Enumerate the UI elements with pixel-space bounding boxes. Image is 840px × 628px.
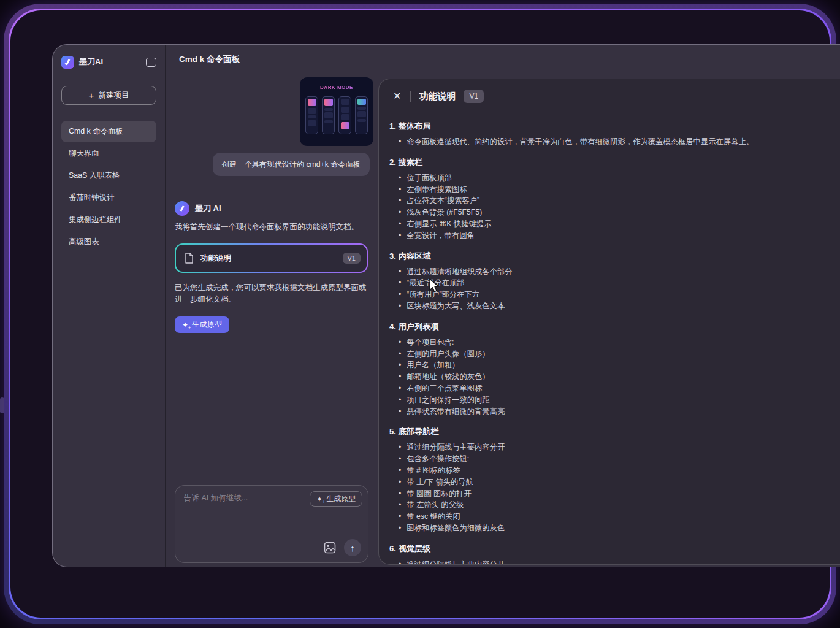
document-card[interactable]: 功能说明 V1 xyxy=(175,243,368,273)
modao-logo-icon xyxy=(61,56,74,69)
new-project-label: 新建项目 xyxy=(98,90,129,101)
generate-prototype-button[interactable]: ✦ 生成原型 xyxy=(175,316,229,333)
sidebar-item-5[interactable]: 高级图表 xyxy=(61,231,156,253)
document-card-title: 功能说明 xyxy=(200,253,336,264)
doc-bullet: 左侧的用户头像（圆形） xyxy=(399,348,825,360)
doc-bullet: 项目之间保持一致的间距 xyxy=(399,394,825,406)
thumbnail-caption: DARK MODE xyxy=(300,85,373,90)
doc-bullet: 区块标题为大写、浅灰色文本 xyxy=(399,301,825,312)
doc-section-heading: 2. 搜索栏 xyxy=(389,157,825,168)
sparkle-icon: ✦ xyxy=(182,321,188,329)
doc-section-5: 6. 视觉层级通过细分隔线与主要内容分开包含多个操作按钮: xyxy=(389,543,825,565)
doc-bullet: 右侧显示 ⌘K 快捷键提示 xyxy=(399,218,825,230)
doc-section-0: 1. 整体布局命令面板遵循现代、简约的设计，背景干净为白色，带有细微阴影，作为覆… xyxy=(389,121,825,148)
doc-section-bullets: 每个项目包含:左侧的用户头像（圆形）用户名（加粗）邮箱地址（较浅的灰色）右侧的三… xyxy=(399,337,825,418)
frame-notch xyxy=(0,397,4,413)
assistant-avatar xyxy=(175,201,189,216)
document-panel-header: ✕ 功能说明 V1 xyxy=(379,79,840,103)
sidebar-header: 墨刀AI xyxy=(61,55,156,69)
doc-section-bullets: 通过细分隔线与主要内容分开包含多个操作按钮:带 # 图标的标签带 上/下 箭头的… xyxy=(399,442,825,534)
user-message-bubble: 创建一个具有现代设计的 cmd+k 命令面板 xyxy=(213,153,370,176)
header-divider xyxy=(410,91,411,102)
chat-title: Cmd k 命令面板 xyxy=(179,54,240,65)
doc-bullet: 邮箱地址（较浅的灰色） xyxy=(399,371,825,383)
sidebar-item-2[interactable]: SaaS 入职表格 xyxy=(61,165,156,186)
new-project-button[interactable]: + 新建项目 xyxy=(61,86,156,105)
doc-bullet: 通过标题清晰地组织成各个部分 xyxy=(399,266,825,278)
doc-bullet: 浅灰色背景 (#F5F5F5) xyxy=(399,207,825,218)
doc-bullet: 带 左箭头 的父级 xyxy=(399,499,825,511)
doc-bullet: 占位符文本“搜索客户” xyxy=(399,195,825,207)
doc-bullet: 全宽设计，带有圆角 xyxy=(399,230,825,242)
doc-bullet: 悬停状态带有细微的背景高亮 xyxy=(399,406,825,418)
assistant-name: 墨刀 AI xyxy=(195,203,221,214)
app-name: 墨刀AI xyxy=(79,56,146,67)
doc-bullet: 命令面板遵循现代、简约的设计，背景干净为白色，带有细微阴影，作为覆盖模态框居中显… xyxy=(399,136,825,148)
composer-generate-button[interactable]: ✦ 生成原型 xyxy=(310,491,362,507)
doc-bullet: 包含多个操作按钮: xyxy=(399,453,825,465)
composer-input[interactable] xyxy=(184,493,300,518)
doc-section-heading: 6. 视觉层级 xyxy=(389,543,825,554)
doc-bullet: 带 圆圈 图标的打开 xyxy=(399,488,825,500)
composer-generate-label: 生成原型 xyxy=(326,494,356,504)
doc-bullet: 带 # 图标的标签 xyxy=(399,465,825,477)
doc-bullet: 左侧带有搜索图标 xyxy=(399,184,825,196)
doc-bullet: 每个项目包含: xyxy=(399,337,825,348)
assistant-header: 墨刀 AI xyxy=(175,201,221,216)
doc-bullet: 通过细分隔线与主要内容分开 xyxy=(399,442,825,453)
doc-bullet: 用户名（加粗） xyxy=(399,359,825,371)
document-panel: ✕ 功能说明 V1 1. 整体布局命令面板遵循现代、简约的设计，背景干净为白色，… xyxy=(378,78,840,565)
doc-section-heading: 1. 整体布局 xyxy=(389,121,825,132)
doc-section-bullets: 命令面板遵循现代、简约的设计，背景干净为白色，带有细微阴影，作为覆盖模态框居中显… xyxy=(399,136,825,148)
sparkle-icon: ✦ xyxy=(316,496,323,503)
composer: ✦ 生成原型 ↑ xyxy=(175,485,368,563)
doc-section-heading: 3. 内容区域 xyxy=(389,251,825,262)
doc-bullet: 带 esc 键的关闭 xyxy=(399,511,825,523)
version-badge: V1 xyxy=(343,253,361,264)
doc-section-heading: 4. 用户列表项 xyxy=(389,321,825,332)
doc-bullet: “所有用户”部分在下方 xyxy=(399,289,825,301)
thumbnail-phone-mockups xyxy=(300,96,373,134)
doc-bullet: 位于面板顶部 xyxy=(399,172,825,184)
project-list: Cmd k 命令面板聊天界面SaaS 入职表格番茄时钟设计集成侧边栏组件高级图表 xyxy=(61,121,156,253)
doc-section-bullets: 通过细分隔线与主要内容分开包含多个操作按钮: xyxy=(399,559,825,565)
doc-bullet: 右侧的三个点菜单图标 xyxy=(399,383,825,394)
mouse-cursor xyxy=(429,278,440,294)
plus-icon: + xyxy=(89,91,94,100)
doc-section-2: 3. 内容区域通过标题清晰地组织成各个部分“最近”部分在顶部“所有用户”部分在下… xyxy=(389,251,825,312)
doc-section-3: 4. 用户列表项每个项目包含:左侧的用户头像（圆形）用户名（加粗）邮箱地址（较浅… xyxy=(389,321,825,418)
assistant-intro-text: 我将首先创建一个现代命令面板界面的功能说明文档。 xyxy=(175,222,377,232)
send-button[interactable]: ↑ xyxy=(344,539,361,556)
document-body: 1. 整体布局命令面板遵循现代、简约的设计，背景干净为白色，带有细微阴影，作为覆… xyxy=(379,103,840,565)
document-icon xyxy=(185,253,194,264)
doc-section-1: 2. 搜索栏位于面板顶部左侧带有搜索图标占位符文本“搜索客户”浅灰色背景 (#F… xyxy=(389,157,825,242)
attach-image-icon[interactable] xyxy=(324,542,336,554)
close-icon: ✕ xyxy=(393,91,401,101)
doc-section-4: 5. 底部导航栏通过细分隔线与主要内容分开包含多个操作按钮:带 # 图标的标签带… xyxy=(389,426,825,534)
app-window: 墨刀AI + 新建项目 Cmd k 命令面板聊天界面SaaS 入职表格番茄时钟设… xyxy=(52,44,840,567)
document-version-badge: V1 xyxy=(464,90,484,103)
attachment-thumbnail[interactable]: DARK MODE xyxy=(300,77,373,146)
doc-bullet: 图标和标签颜色为细微的灰色 xyxy=(399,523,825,534)
doc-bullet: “最近”部分在顶部 xyxy=(399,277,825,289)
sidebar: 墨刀AI + 新建项目 Cmd k 命令面板聊天界面SaaS 入职表格番茄时钟设… xyxy=(53,45,166,567)
composer-footer: ↑ xyxy=(324,539,361,556)
document-title: 功能说明 xyxy=(419,91,456,102)
sidebar-item-0[interactable]: Cmd k 命令面板 xyxy=(61,121,156,142)
doc-section-bullets: 位于面板顶部左侧带有搜索图标占位符文本“搜索客户”浅灰色背景 (#F5F5F5)… xyxy=(399,172,825,242)
sidebar-item-1[interactable]: 聊天界面 xyxy=(61,143,156,164)
sidebar-item-3[interactable]: 番茄时钟设计 xyxy=(61,187,156,209)
doc-bullet: 带 上/下 箭头的导航 xyxy=(399,477,825,488)
close-panel-button[interactable]: ✕ xyxy=(392,90,402,102)
doc-section-heading: 5. 底部导航栏 xyxy=(389,426,825,437)
up-arrow-icon: ↑ xyxy=(350,543,355,553)
doc-section-bullets: 通过标题清晰地组织成各个部分“最近”部分在顶部“所有用户”部分在下方区块标题为大… xyxy=(399,266,825,312)
sidebar-collapse-icon[interactable] xyxy=(146,58,156,67)
assistant-outro-text: 已为您生成完成，您可以要求我根据文档生成原型界面或进一步细化文档。 xyxy=(175,282,372,305)
sidebar-item-4[interactable]: 集成侧边栏组件 xyxy=(61,209,156,231)
generate-prototype-label: 生成原型 xyxy=(192,320,222,330)
doc-bullet: 通过细分隔线与主要内容分开 xyxy=(399,559,825,565)
